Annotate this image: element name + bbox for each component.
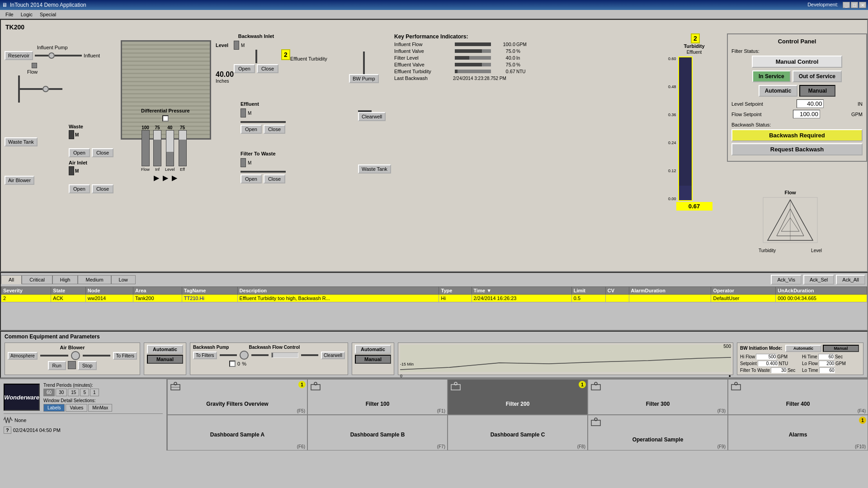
request-backwash-button[interactable]: Request Backwash <box>731 143 863 155</box>
backwash-required-button[interactable]: Backwash Required <box>731 129 863 141</box>
nav-operational[interactable]: Operational Sample (F9) <box>588 415 728 450</box>
alarm-tab-medium[interactable]: Medium <box>78 275 111 284</box>
dp-arrow-left[interactable]: ▶ <box>154 174 159 182</box>
air-auto-button[interactable]: Automatic <box>147 345 183 354</box>
trend-30-button[interactable]: 30 <box>56 389 67 396</box>
out-of-service-button[interactable]: Out of Service <box>793 70 842 82</box>
table-row[interactable]: 2 ACK ww2014 Tank200 TT210.Hi Effluent T… <box>1 295 867 302</box>
air-manual-button[interactable]: Manual <box>147 355 183 364</box>
alarm-tab-all[interactable]: All <box>1 275 22 284</box>
in-service-button[interactable]: In Service <box>752 70 791 82</box>
clearwell-button[interactable]: Clearwell <box>358 112 386 121</box>
filter400-icon <box>730 381 742 394</box>
labels-button[interactable]: Labels <box>43 404 65 412</box>
values-button[interactable]: Values <box>66 404 87 412</box>
nav-dashboard-a-fn: (F6) <box>297 444 305 449</box>
hi-flow-input[interactable] <box>756 354 776 360</box>
eff-close-button[interactable]: Close <box>264 125 285 134</box>
trend-1-button[interactable]: 1 <box>90 389 99 396</box>
to-filters-button[interactable]: To Filters <box>113 352 137 360</box>
bw-clearwell-button[interactable]: Clearwell <box>321 352 345 359</box>
datetime-label: 02/24/2014 04:50 PM <box>13 427 61 433</box>
nav-filter100-label: Filter 100 <box>366 401 390 407</box>
atmosphere-button[interactable]: Atmosphere <box>8 352 38 360</box>
turbidity-axis-label: Turbidity <box>759 248 776 253</box>
nav-filter400[interactable]: Filter 400 (F4) <box>728 379 868 415</box>
bw-close-button[interactable]: Close <box>257 64 278 73</box>
dp-arrow-mid[interactable]: ▶ <box>163 174 168 182</box>
manual-button[interactable]: Manual <box>799 85 835 97</box>
nav-filter200[interactable]: 1 Filter 200 <box>448 379 588 415</box>
nav-dashboard-a[interactable]: Dashboard Sample A (F6) <box>167 415 307 450</box>
flow-chart-mini: 500 -15 Min 0 ● <box>398 343 733 375</box>
nav-filter100[interactable]: Filter 100 (F1) <box>307 379 448 415</box>
lo-flow-input[interactable] <box>819 361 835 366</box>
ack-vis-button[interactable]: Ack_Vis <box>771 275 802 285</box>
air-open-button[interactable]: Open <box>69 184 90 193</box>
lo-time-input[interactable] <box>819 367 835 373</box>
window-detail-buttons: Labels Values MinMax <box>43 404 163 412</box>
minmax-button[interactable]: MinMax <box>88 404 112 412</box>
maximize-button[interactable]: □ <box>851 2 858 8</box>
flow-setpoint-input[interactable] <box>793 110 820 118</box>
cell-unackdur: 000 00:04:34.665 <box>776 295 867 302</box>
trend-60-button[interactable]: 60 <box>43 389 55 396</box>
menu-special[interactable]: Special <box>36 11 60 18</box>
bw-pump-button[interactable]: BW Pump <box>349 74 379 83</box>
alarm-tab-high[interactable]: High <box>52 275 78 284</box>
effluent-area: Effluent M Open Close <box>241 101 286 134</box>
bw-manual-button[interactable]: Manual <box>355 355 391 364</box>
automatic-button[interactable]: Automatic <box>759 85 798 97</box>
alarm-tab-critical[interactable]: Critical <box>22 275 52 284</box>
col-type: Type <box>439 287 472 295</box>
waste-close-button[interactable]: Close <box>92 148 113 157</box>
manual-control-button[interactable]: Manual Control <box>752 56 842 68</box>
alarm-tab-low[interactable]: Low <box>111 275 136 284</box>
cell-operator: DefaultUser <box>711 295 776 302</box>
filter-waste-input[interactable] <box>771 367 787 373</box>
eff-open-button[interactable]: Open <box>241 125 262 134</box>
air-blower-area: Air Blower <box>5 176 34 185</box>
waste-tank-filter-button[interactable]: Waste Tank <box>358 164 391 174</box>
ftw-close-button[interactable]: Close <box>264 174 285 183</box>
reservoir-button[interactable]: Reservoir <box>5 51 33 60</box>
svg-rect-7 <box>400 345 731 372</box>
air-blower-button[interactable]: Air Blower <box>5 176 34 185</box>
hi-time-input[interactable] <box>818 354 834 360</box>
minimize-button[interactable]: _ <box>843 2 850 8</box>
setpoint-input[interactable] <box>758 361 778 366</box>
nav-filter400-fn: (F4) <box>858 408 866 413</box>
question-icon[interactable]: ? <box>4 427 11 434</box>
level-setpoint-input[interactable] <box>797 99 824 108</box>
bw-settings-auto-button[interactable]: Automatic <box>785 345 821 352</box>
waste-open-button[interactable]: Open <box>69 148 90 157</box>
close-button[interactable]: ✕ <box>859 2 866 8</box>
nav-filter200-label: Filter 200 <box>506 401 530 407</box>
nav-dashboard-b[interactable]: Dashboard Sample B (F7) <box>307 415 448 450</box>
bw-to-filters-button[interactable]: To Filters <box>193 352 217 359</box>
trend-15-button[interactable]: 15 <box>68 389 79 396</box>
dp-arrow-right[interactable]: ▶ <box>172 174 177 182</box>
ack-sel-button[interactable]: Ack_Sel <box>803 275 834 285</box>
bw-settings-manual-button[interactable]: Manual <box>823 345 859 352</box>
level-axis-label: Level <box>811 248 822 253</box>
air-close-button[interactable]: Close <box>92 184 113 193</box>
nav-gravity-filters[interactable]: 1 Gravity Filters Overview (F5) <box>167 379 307 415</box>
air-blower-run-button[interactable]: Run <box>48 361 66 370</box>
bw-auto-button[interactable]: Automatic <box>355 345 391 354</box>
waveform-area: None <box>4 413 163 425</box>
bw-pump-block: Backwash Pump Backwash Flow Control To F… <box>190 343 348 375</box>
air-blower-stop-button[interactable]: Stop <box>78 361 97 370</box>
bw-open-button[interactable]: Open <box>234 64 255 73</box>
nav-filter300[interactable]: Filter 300 (F3) <box>588 379 728 415</box>
nav-alarms[interactable]: 1 Alarms (F10) <box>728 415 868 450</box>
menu-logic[interactable]: Logic <box>17 11 36 18</box>
gravity-badge: 1 <box>298 381 306 388</box>
menu-file[interactable]: File <box>2 11 17 18</box>
waste-area: Waste M Open Close <box>69 124 113 157</box>
ack-all-button[interactable]: Ack_All <box>836 275 865 285</box>
nav-dashboard-c[interactable]: Dashboard Sample C (F8) <box>448 415 588 450</box>
trend-5-button[interactable]: 5 <box>80 389 89 396</box>
ftw-open-button[interactable]: Open <box>241 174 262 183</box>
waste-tank-button[interactable]: Waste Tank <box>5 137 38 146</box>
